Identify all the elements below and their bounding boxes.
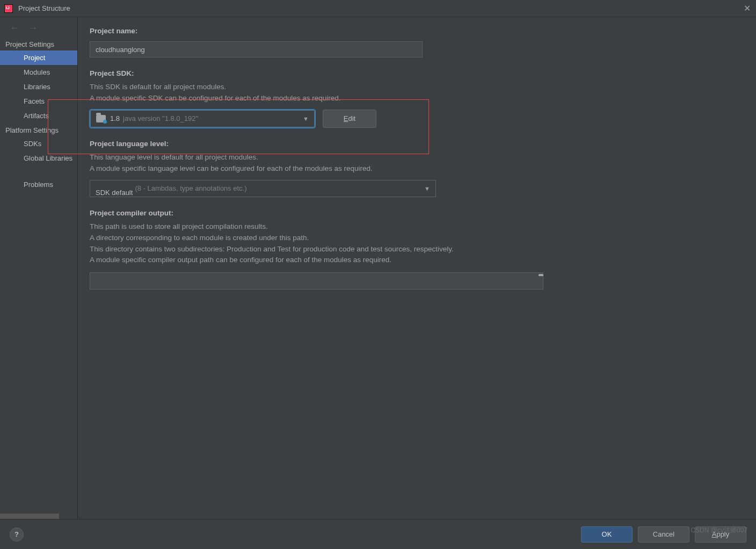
sidebar-item-label: Libraries — [24, 83, 50, 91]
language-level-desc2: A module specific language level can be … — [90, 163, 744, 175]
project-sdk-select[interactable]: 1.8 java version "1.8.0_192" ▼ — [90, 110, 315, 128]
sidebar-item-global-libraries[interactable]: Global Libraries — [0, 151, 77, 165]
project-sdk-desc1: This SDK is default for all project modu… — [90, 82, 744, 93]
ok-button[interactable]: OK — [581, 526, 633, 543]
window-title: Project Structure — [18, 4, 70, 12]
language-level-desc1: This language level is default for all p… — [90, 152, 744, 163]
project-settings-header: Project Settings — [0, 37, 77, 50]
sidebar-item-facets[interactable]: Facets — [0, 94, 77, 109]
app-icon — [4, 4, 13, 13]
sidebar-item-label: Project — [24, 54, 45, 62]
sidebar-item-project[interactable]: Project — [0, 50, 77, 65]
nav-row: ← → — [0, 17, 77, 37]
sidebar-item-sdks[interactable]: SDKs — [0, 136, 77, 151]
sidebar-item-problems[interactable]: Problems — [0, 177, 77, 192]
ok-label: OK — [602, 530, 612, 538]
sidebar-item-modules[interactable]: Modules — [0, 65, 77, 80]
sidebar-item-label: Facets — [24, 97, 45, 105]
footer: ? OK Cancel Apply — [0, 519, 756, 549]
sidebar: ← → Project Settings Project Modules Lib… — [0, 17, 78, 519]
language-level-label: Project language level: — [90, 140, 744, 148]
project-name-section: Project name: — [90, 27, 744, 57]
sdk-sub-text: java version "1.8.0_192" — [123, 114, 198, 122]
watermark: CSDN @cv法师007 — [690, 526, 747, 535]
compiler-output-section: Project compiler output: This path is us… — [90, 209, 744, 290]
help-button[interactable]: ? — [10, 528, 24, 541]
compiler-output-desc4: A module specific compiler output path c… — [90, 255, 744, 266]
sidebar-item-libraries[interactable]: Libraries — [0, 80, 77, 94]
sdk-folder-icon — [96, 115, 106, 122]
sidebar-item-label: Problems — [24, 180, 53, 189]
sidebar-item-label: Artifacts — [24, 112, 49, 120]
project-sdk-section: Project SDK: This SDK is default for all… — [90, 69, 744, 128]
compiler-output-desc1: This path is used to store all project c… — [90, 221, 744, 233]
edit-sdk-button[interactable]: Edit — [323, 110, 376, 128]
scrollbar-thumb[interactable] — [0, 514, 59, 519]
main-area: ← → Project Settings Project Modules Lib… — [0, 17, 756, 519]
sidebar-item-label: Global Libraries — [24, 154, 72, 162]
sidebar-item-artifacts[interactable]: Artifacts — [0, 109, 77, 123]
compiler-output-label: Project compiler output: — [90, 209, 744, 217]
sidebar-item-label: SDKs — [24, 140, 41, 148]
back-icon[interactable]: ← — [10, 23, 19, 34]
edit-rest: dit — [348, 114, 355, 122]
platform-settings-header: Platform Settings — [0, 123, 77, 136]
compiler-output-field[interactable] — [90, 272, 543, 290]
forward-icon[interactable]: → — [28, 23, 38, 34]
project-sdk-desc2: A module specific SDK can be configured … — [90, 93, 744, 104]
compiler-output-desc3: This directory contains two subdirectori… — [90, 244, 744, 255]
language-level-section: Project language level: This language le… — [90, 140, 744, 197]
project-sdk-label: Project SDK: — [90, 69, 744, 77]
chevron-down-icon: ▼ — [303, 115, 309, 122]
content: Project name: Project SDK: This SDK is d… — [78, 17, 756, 519]
sdk-main-text: 1.8 — [110, 114, 120, 122]
compiler-output-desc2: A directory corresponding to each module… — [90, 233, 744, 244]
language-level-sub: (8 - Lambdas, type annotations etc.) — [135, 184, 246, 192]
sidebar-item-label: Modules — [24, 68, 50, 76]
titlebar: Project Structure ✕ — [0, 0, 756, 17]
cancel-label: Cancel — [653, 530, 674, 538]
project-name-input[interactable] — [90, 41, 423, 57]
project-name-label: Project name: — [90, 27, 744, 35]
cancel-button[interactable]: Cancel — [638, 526, 689, 543]
language-level-select[interactable]: SDK default (8 - Lambdas, type annotatio… — [90, 180, 436, 197]
sidebar-scrollbar[interactable] — [0, 514, 77, 519]
close-icon[interactable]: ✕ — [744, 3, 751, 13]
chevron-down-icon: ▼ — [424, 185, 430, 192]
